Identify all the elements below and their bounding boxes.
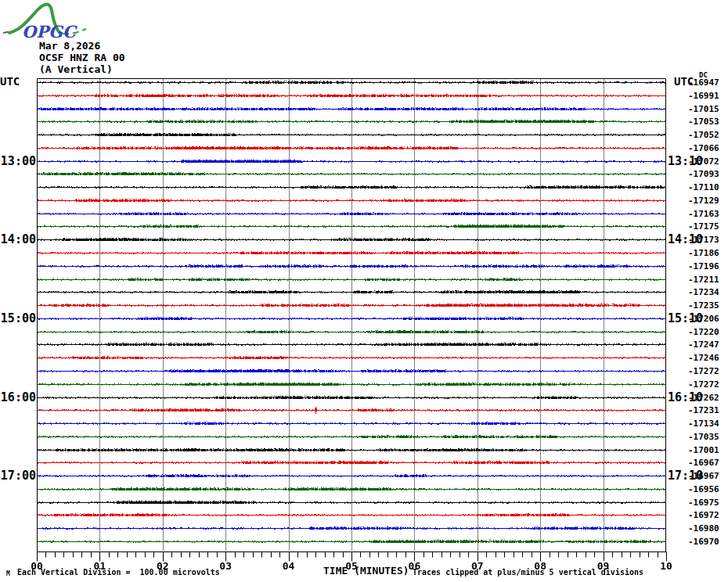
dc-offset-row-35: -16970: [688, 537, 719, 547]
dc-offset-row-12: -17173: [688, 235, 719, 245]
dc-offset-row-9: -17129: [688, 196, 719, 206]
dc-offset-row-18: -17206: [688, 314, 719, 324]
dc-offset-row-10: -17163: [688, 209, 719, 219]
dc-offset-row-17: -17235: [688, 300, 719, 311]
dc-offset-row-4: -17052: [688, 130, 719, 140]
dc-offset-row-34: -16980: [688, 523, 719, 534]
dc-offset-row-29: -16967: [688, 458, 719, 468]
dc-offset-row-21: -17246: [688, 353, 719, 363]
footer-left-mark: M: [6, 570, 10, 577]
dc-offset-row-20: -17247: [688, 340, 719, 350]
dc-offset-row-13: -17186: [688, 248, 719, 258]
dc-offset-row-19: -17220: [688, 327, 719, 337]
helicorder-screen: OPGC Mar 8,2026 OCSF HNZ RA 00 (A Vertic…: [0, 0, 728, 582]
seismogram-plot: [37, 78, 667, 563]
logo-text: OPGC: [22, 22, 77, 41]
dc-offset-row-32: -16975: [688, 498, 719, 508]
dc-offset-row-30: -16967: [688, 471, 719, 481]
dc-offset-row-11: -17175: [688, 221, 719, 232]
hour-label-left-17:00: 17:00: [0, 469, 36, 483]
dc-offset-row-1: -16991: [688, 91, 719, 101]
x-axis-title: TIME (MINUTES): [323, 565, 409, 577]
hour-label-left-13:00: 13:00: [0, 154, 36, 168]
dc-offset-row-25: -17231: [688, 405, 719, 415]
header-component: (A Vertical): [39, 63, 113, 75]
dc-offset-row-0: -16947: [688, 77, 719, 88]
dc-offset-row-7: -17093: [688, 169, 719, 179]
utc-label-left: UTC: [0, 75, 20, 88]
dc-offset-row-2: -17015: [688, 104, 719, 114]
dc-offset-row-23: -17272: [688, 379, 719, 390]
dc-offset-row-3: -17053: [688, 117, 719, 127]
dc-offset-row-14: -17196: [688, 261, 719, 271]
hour-label-left-15:00: 15:00: [0, 311, 36, 325]
dc-offset-row-15: -17211: [688, 275, 719, 285]
dc-offset-row-27: -17035: [688, 432, 719, 442]
dc-offset-row-28: -17001: [688, 445, 719, 455]
x-tick-10: 10: [651, 560, 682, 572]
scale-note: Each Vertical Division = 100.00 microvol…: [17, 568, 220, 577]
dc-offset-row-26: -17134: [688, 419, 719, 429]
dc-offset-row-33: -16972: [688, 510, 719, 520]
hour-label-left-14:00: 14:00: [0, 232, 36, 246]
hour-label-left-16:00: 16:00: [0, 390, 36, 404]
opgc-logo: OPGC: [2, 2, 92, 41]
dc-offset-row-22: -17272: [688, 366, 719, 376]
clip-note: Traces clipped at plus/minus 5 vertical …: [413, 568, 643, 577]
header-date: Mar 8,2026: [39, 40, 100, 52]
dc-offset-row-24: -17262: [688, 393, 719, 403]
header-station: OCSF HNZ RA 00: [39, 52, 125, 63]
dc-offset-row-5: -17066: [688, 143, 719, 153]
dc-offset-row-31: -16956: [688, 484, 719, 494]
dc-offset-row-6: -17072: [688, 156, 719, 167]
x-tick-04: 04: [273, 560, 305, 572]
dc-offset-row-16: -17234: [688, 287, 719, 297]
dc-offset-row-8: -17110: [688, 182, 719, 192]
